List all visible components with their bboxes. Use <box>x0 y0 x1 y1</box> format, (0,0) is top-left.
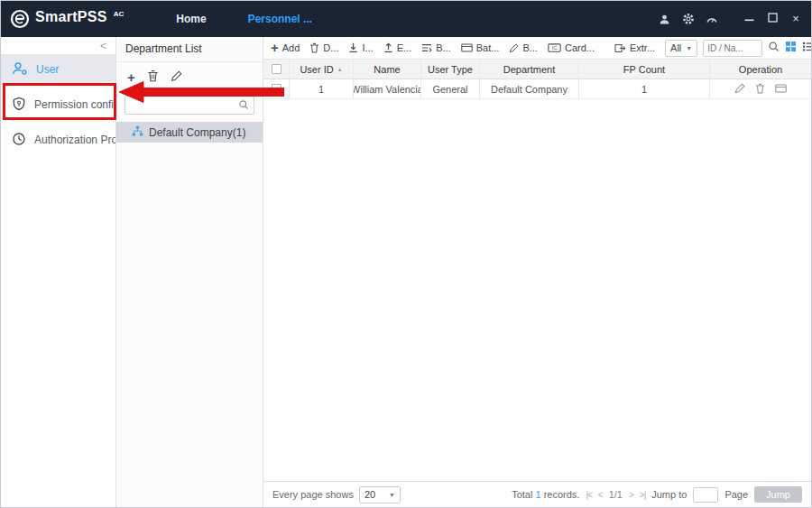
table-row[interactable]: 1 William Valencia General Default Compa… <box>263 79 811 99</box>
row-checkbox[interactable] <box>272 84 281 94</box>
titlebar: SmartPSS AC Home Personnel ... <box>1 1 811 37</box>
performance-gauge-icon[interactable] <box>705 13 718 26</box>
page-size-label: Every page shows <box>272 489 354 500</box>
jump-to-label: Jump to <box>651 489 687 500</box>
batch-card-icon <box>461 43 473 52</box>
sidebar-item-user-label: User <box>36 63 59 76</box>
toolbar-right-group: All ▼ <box>665 40 812 57</box>
column-header-operation: Operation <box>710 60 811 79</box>
maximize-icon[interactable] <box>766 13 779 25</box>
column-header-department[interactable]: Department <box>480 60 579 79</box>
row-checkbox-cell <box>263 79 290 98</box>
jump-page-input[interactable] <box>693 487 718 503</box>
search-icon[interactable] <box>238 97 249 114</box>
page-label: Page <box>724 489 748 500</box>
user-config-icon <box>12 61 28 79</box>
batch-issue-card-button[interactable]: Bat... <box>461 42 500 53</box>
trash-icon <box>309 42 319 53</box>
tab-home[interactable]: Home <box>176 13 206 25</box>
department-list-title: Department List <box>116 37 263 62</box>
first-page-button[interactable]: |< <box>586 490 591 500</box>
smartpss-window: SmartPSS AC Home Personnel ... <box>0 0 812 508</box>
personnel-search-input[interactable] <box>703 40 762 57</box>
cell-department: Default Company <box>480 79 579 98</box>
total-records-text: Total 1 records. <box>512 489 579 500</box>
app-name: SmartPSS <box>35 9 107 25</box>
import-icon <box>348 42 358 53</box>
pagination-footer: Every page shows 20 ▼ Total 1 records. |… <box>263 481 811 507</box>
department-tree-item-default-company[interactable]: Default Company(1) <box>116 122 263 143</box>
select-all-checkbox-cell <box>263 60 290 79</box>
edit-department-icon[interactable] <box>171 69 182 86</box>
column-header-user-type[interactable]: User Type <box>421 60 480 79</box>
department-toolbar: + <box>116 62 263 92</box>
cell-user-type: General <box>421 79 480 98</box>
app-logo: SmartPSS AC <box>10 9 124 29</box>
window-controls: × <box>743 13 802 25</box>
ic-card-icon: IC <box>548 43 561 52</box>
edit-row-icon[interactable] <box>734 83 745 96</box>
next-page-button[interactable]: > <box>629 490 633 500</box>
chevron-down-icon: ▼ <box>389 492 395 498</box>
app-name-suffix: AC <box>114 10 125 18</box>
svg-text:IC: IC <box>552 45 558 51</box>
card-issuer-button[interactable]: IC Card... <box>548 42 595 53</box>
last-page-button[interactable]: >| <box>640 490 645 500</box>
department-search-box <box>125 96 254 115</box>
list-view-icon[interactable] <box>802 40 812 56</box>
chevron-down-icon: ▼ <box>686 45 692 51</box>
cell-user-id: 1 <box>290 79 354 98</box>
shield-icon <box>12 97 26 114</box>
batch-update-button[interactable]: B... <box>421 42 451 53</box>
search-icon[interactable] <box>768 40 780 56</box>
extract-icon <box>614 43 626 53</box>
prev-page-button[interactable]: < <box>598 490 603 500</box>
column-header-fp-count[interactable]: FP Count <box>579 60 710 79</box>
card-row-icon[interactable] <box>775 84 787 95</box>
cell-fp-count: 1 <box>579 79 710 98</box>
extract-info-button[interactable]: Extr... <box>614 42 655 53</box>
delete-button[interactable]: D... <box>309 42 338 53</box>
sidebar-item-user[interactable]: User <box>1 54 115 85</box>
delete-row-icon[interactable] <box>755 83 765 96</box>
column-header-user-id[interactable]: User ID ▲ <box>290 60 354 79</box>
export-icon <box>383 42 393 53</box>
page-size-select[interactable]: 20 ▼ <box>359 486 401 503</box>
sidebar-item-permission-config[interactable]: Permission config... <box>1 89 115 120</box>
select-all-checkbox[interactable] <box>272 64 281 74</box>
sidebar-collapse-button[interactable]: < <box>1 37 115 54</box>
grid-view-icon[interactable] <box>785 40 797 56</box>
sidebar-item-authorization-progress-label: Authorization Prog... <box>34 134 115 146</box>
tab-personnel[interactable]: Personnel ... <box>248 13 312 25</box>
pencil-icon <box>509 43 519 53</box>
department-tree-item-label: Default Company(1) <box>149 126 245 139</box>
delete-department-icon[interactable] <box>147 69 159 86</box>
import-button[interactable]: I... <box>348 42 373 53</box>
personnel-toolbar: + Add D... I... E... <box>263 37 811 60</box>
export-button[interactable]: E... <box>383 42 412 53</box>
batch-list-icon <box>421 42 432 53</box>
jump-button[interactable]: Jump <box>754 486 802 503</box>
add-department-icon[interactable]: + <box>127 72 135 83</box>
sidebar: < User Permission config... Authorizatio… <box>1 37 116 507</box>
department-search-input[interactable] <box>130 100 238 111</box>
filter-select[interactable]: All ▼ <box>665 40 697 57</box>
pagination-controls: Total 1 records. |< < 1/1 > >| Jump to P… <box>512 486 802 503</box>
table-header: User ID ▲ Name User Type Department FP C… <box>263 60 811 79</box>
page-indicator: 1/1 <box>609 489 623 500</box>
plus-icon: + <box>271 42 279 53</box>
titlebar-controls: × <box>658 13 802 26</box>
batch-edit-button[interactable]: B... <box>509 42 538 53</box>
gear-icon[interactable] <box>681 13 695 26</box>
column-header-name[interactable]: Name <box>354 60 421 79</box>
total-records-count: 1 <box>535 489 540 500</box>
minimize-icon[interactable] <box>743 13 755 25</box>
account-icon[interactable] <box>658 13 671 26</box>
cell-operation <box>710 79 811 98</box>
sidebar-item-permission-config-label: Permission config... <box>34 98 115 111</box>
sidebar-item-authorization-progress[interactable]: Authorization Prog... <box>1 125 115 155</box>
add-button[interactable]: + Add <box>271 42 300 53</box>
smartpss-logo-icon <box>10 9 30 29</box>
close-icon[interactable]: × <box>789 13 802 25</box>
table-empty-area <box>263 99 811 481</box>
